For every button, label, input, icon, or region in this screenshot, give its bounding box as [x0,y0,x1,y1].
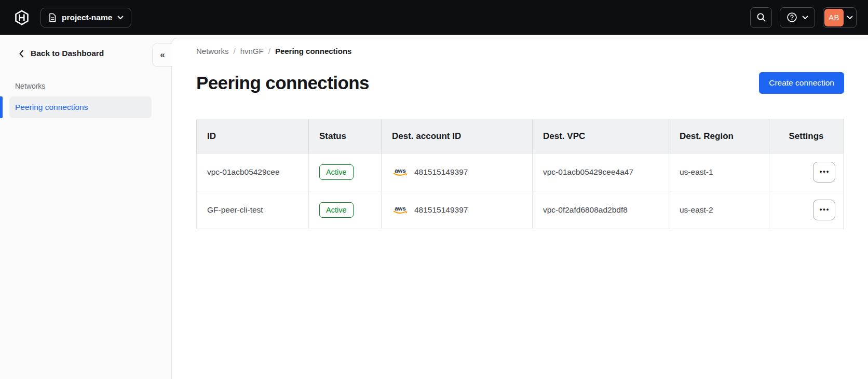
aws-icon: aws [392,167,409,177]
cell-status: Active [309,191,382,229]
active-indicator [0,96,3,118]
account-id-value: 481515149397 [414,167,468,177]
status-badge: Active [319,202,354,218]
ellipsis-icon: ••• [820,205,830,213]
table-row: GF-peer-cli-test Active aws [197,191,844,229]
cell-vpc: vpc-0f2afd6808ad2bdf8 [533,191,669,229]
cell-account-id: aws 481515149397 [382,153,533,191]
cell-account-id: aws 481515149397 [382,191,533,229]
row-settings-menu-button[interactable]: ••• [813,200,835,220]
avatar: AB [824,9,844,26]
chevron-down-icon [117,16,124,20]
breadcrumb: Networks / hvnGF / Peering connections [196,47,844,55]
page-title: Peering connections [196,73,369,93]
ellipsis-icon: ••• [820,167,830,175]
cell-vpc: vpc-01acb05429cee4a47 [533,153,669,191]
create-connection-button[interactable]: Create connection [759,72,844,94]
breadcrumb-current: Peering connections [275,47,352,55]
top-navbar: project-name [0,0,868,35]
row-settings-menu-button[interactable]: ••• [813,162,835,183]
cell-id: vpc-01acb05429cee [197,153,309,191]
cell-settings: ••• [769,153,844,191]
sidebar: Back to Dashboard Networks Peering conne… [0,35,171,379]
document-icon [48,13,57,22]
column-header-status: Status [309,119,382,153]
main-panel: « Networks / hvnGF / Peering connections… [171,38,868,379]
column-header-id: ID [197,119,309,153]
svg-text:aws: aws [395,167,406,174]
cell-status: Active [309,153,382,191]
sidebar-collapse-button[interactable]: « [152,43,172,67]
account-menu-button[interactable]: AB [823,7,857,28]
breadcrumb-separator: / [234,47,236,55]
project-name-label: project-name [62,13,112,22]
help-icon [786,12,797,23]
column-header-settings: Settings [769,119,844,153]
hashicorp-logo[interactable] [14,10,30,25]
cell-region: us-east-2 [669,191,769,229]
hashicorp-logo-icon [14,10,30,25]
column-header-dest-region: Dest. Region [669,119,769,153]
table-header-row: ID Status Dest. account ID Dest. VPC Des… [197,119,844,153]
cell-settings: ••• [769,191,844,229]
account-id-value: 481515149397 [414,205,468,215]
column-header-dest-account-id: Dest. account ID [382,119,533,153]
search-icon [756,12,766,22]
project-switcher-button[interactable]: project-name [40,8,131,27]
chevron-down-icon [844,16,856,20]
chevron-left-icon [19,50,24,58]
help-menu-button[interactable] [780,7,815,28]
search-button[interactable] [750,7,772,28]
back-to-dashboard-label: Back to Dashboard [31,49,104,58]
svg-text:aws: aws [395,205,406,212]
back-to-dashboard-link[interactable]: Back to Dashboard [16,48,107,59]
breadcrumb-networks[interactable]: Networks [196,47,229,55]
collapse-sidebar-icon: « [160,50,165,60]
cell-id: GF-peer-cli-test [197,191,309,229]
column-header-dest-vpc: Dest. VPC [533,119,669,153]
breadcrumb-hvn[interactable]: hvnGF [240,47,264,55]
sidebar-item-label: Peering connections [15,103,88,112]
sidebar-section-networks: Networks [15,82,45,90]
breadcrumb-separator: / [268,47,270,55]
sidebar-item-peering-connections[interactable]: Peering connections [0,96,171,118]
peering-connections-table: ID Status Dest. account ID Dest. VPC Des… [196,119,843,229]
chevron-down-icon [802,16,808,20]
status-badge: Active [319,164,354,180]
page-header: Peering connections Create connection [196,71,844,95]
aws-icon: aws [392,205,409,215]
table-row: vpc-01acb05429cee Active aws [197,153,844,191]
cell-region: us-east-1 [669,153,769,191]
